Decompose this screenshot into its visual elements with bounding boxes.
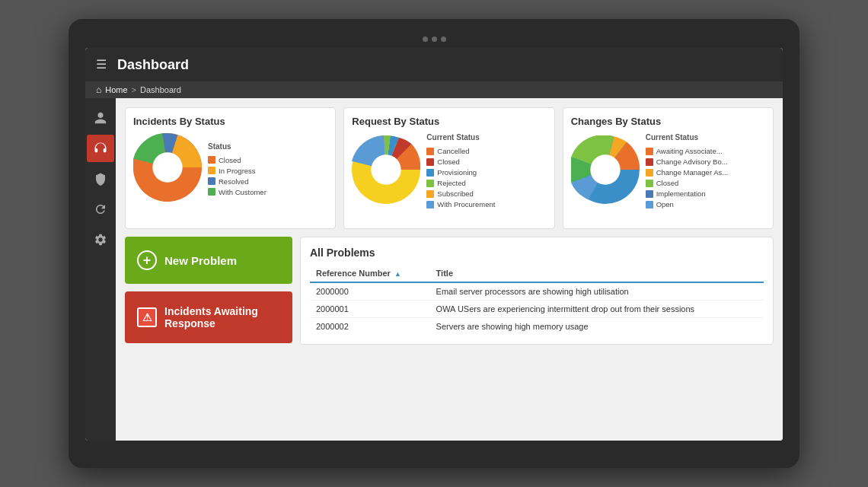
req-label-0: Cancelled <box>437 147 469 155</box>
incidents-legend-withcustomer: With Customer <box>208 188 266 196</box>
incidents-legend-title: Status <box>208 142 266 151</box>
incidents-pie <box>133 133 202 205</box>
ref-0: 2000000 <box>310 282 430 301</box>
traffic-light-1 <box>423 37 428 42</box>
breadcrumb-home-link[interactable]: Home <box>105 85 127 94</box>
req-dot-5 <box>426 201 434 208</box>
chg-legend-4: Implementation <box>646 189 729 198</box>
chg-legend-5: Open <box>646 200 729 208</box>
laptop-frame: ☰ Dashboard ⌂ Home > Dashboard <box>69 19 799 468</box>
incidents-legend: Status Closed In Progress <box>208 142 266 196</box>
req-dot-0 <box>426 148 434 155</box>
chg-legend-0: Awaiting Associate... <box>646 147 729 155</box>
inprogress-label: In Progress <box>219 167 256 175</box>
request-by-status-card: Request By Status <box>343 107 554 229</box>
bottom-row: + New Problem ⚠ Incidents Awaiting Respo… <box>125 237 774 345</box>
chg-label-2: Change Manager As... <box>656 168 729 177</box>
sort-arrow: ▲ <box>394 270 401 278</box>
hamburger-button[interactable]: ☰ <box>96 59 107 71</box>
shield-icon <box>94 172 107 186</box>
sidebar-item-headset[interactable] <box>87 135 114 162</box>
warning-icon: ⚠ <box>137 307 157 327</box>
req-dot-3 <box>426 180 434 187</box>
table-header-row: Reference Number ▲ Title <box>310 265 764 282</box>
chg-legend-1: Change Advisory Bo... <box>646 158 729 166</box>
chg-legend-2: Change Manager As... <box>646 168 729 177</box>
sidebar-item-settings2[interactable] <box>87 196 114 223</box>
chg-label-0: Awaiting Associate... <box>656 147 723 155</box>
traffic-light-2 <box>432 37 437 42</box>
req-label-5: With Procurement <box>437 200 495 208</box>
incidents-legend-resolved: Resolved <box>208 177 266 186</box>
sidebar-item-settings[interactable] <box>87 226 114 253</box>
incidents-legend-closed: Closed <box>208 156 266 164</box>
svg-point-3 <box>372 154 401 184</box>
changes-pie <box>571 135 640 207</box>
chg-dot-4 <box>646 190 653 198</box>
chg-label-1: Change Advisory Bo... <box>656 158 728 166</box>
chg-dot-5 <box>646 201 653 208</box>
traffic-lights <box>423 37 446 42</box>
incidents-awaiting-label: Incidents Awaiting Response <box>164 305 280 329</box>
incidents-by-status-card: Incidents By Status <box>125 107 336 229</box>
chg-label-4: Implementation <box>656 189 706 198</box>
chg-legend-3: Closed <box>646 179 729 187</box>
refresh-icon <box>94 202 107 216</box>
chg-label-3: Closed <box>656 179 679 187</box>
screen: ☰ Dashboard ⌂ Home > Dashboard <box>85 48 783 441</box>
withcustomer-dot <box>208 188 215 196</box>
main-panel: Incidents By Status <box>116 98 783 441</box>
content-area: Incidents By Status <box>85 98 783 441</box>
sidebar <box>85 98 116 441</box>
closed-label: Closed <box>219 156 241 164</box>
req-dot-2 <box>426 169 434 177</box>
changes-legend-title: Current Status <box>646 133 729 142</box>
home-icon: ⌂ <box>96 84 101 95</box>
new-problem-button[interactable]: + New Problem <box>125 237 292 284</box>
req-label-1: Closed <box>437 158 460 166</box>
charts-row: Incidents By Status <box>125 107 774 229</box>
requests-pie <box>352 135 420 207</box>
sidebar-item-shield[interactable] <box>87 165 114 193</box>
req-legend-0: Cancelled <box>426 147 495 155</box>
ref-1: 2000001 <box>310 301 430 318</box>
inprogress-dot <box>208 167 215 174</box>
requests-chart-inner: Current Status Cancelled Closed <box>352 133 546 208</box>
breadcrumb-current: Dashboard <box>140 85 181 94</box>
req-label-4: Subscribed <box>437 189 474 198</box>
title-2: Servers are showing high memory usage <box>430 318 764 336</box>
incidents-chart-inner: Status Closed In Progress <box>133 133 327 205</box>
chg-dot-3 <box>646 180 653 187</box>
problems-title: All Problems <box>310 247 764 259</box>
breadcrumb: ⌂ Home > Dashboard <box>85 81 783 98</box>
top-navbar: ☰ Dashboard <box>85 48 783 81</box>
chg-label-5: Open <box>656 200 674 208</box>
traffic-light-3 <box>441 37 446 42</box>
req-legend-4: Subscribed <box>426 189 495 198</box>
problems-table-body: 2000000 Email server processors are show… <box>310 282 764 335</box>
gear-icon <box>94 233 107 247</box>
laptop-top-bar <box>85 33 783 45</box>
sidebar-item-user[interactable] <box>87 104 114 132</box>
requests-legend-title: Current Status <box>426 133 495 142</box>
col-reference: Reference Number ▲ <box>310 265 430 282</box>
changes-legend: Current Status Awaiting Associate... Cha… <box>646 133 729 208</box>
incidents-awaiting-button[interactable]: ⚠ Incidents Awaiting Response <box>125 291 292 343</box>
chg-dot-2 <box>646 169 653 177</box>
incidents-legend-inprogress: In Progress <box>208 167 266 175</box>
page-title: Dashboard <box>117 57 189 73</box>
title-1: OWA USers are experiencing intermittent … <box>430 301 764 318</box>
resolved-label: Resolved <box>219 177 249 186</box>
requests-legend: Current Status Cancelled Closed <box>426 133 495 208</box>
changes-chart-title: Changes By Status <box>571 116 765 127</box>
user-icon <box>94 111 107 125</box>
table-row: 2000001 OWA USers are experiencing inter… <box>310 301 764 318</box>
req-label-2: Provisioning <box>437 168 477 177</box>
plus-icon: + <box>137 250 157 270</box>
table-row: 2000000 Email server processors are show… <box>310 282 764 301</box>
incidents-chart-title: Incidents By Status <box>133 116 327 127</box>
table-row: 2000002 Servers are showing high memory … <box>310 318 764 336</box>
withcustomer-label: With Customer <box>219 188 266 196</box>
requests-chart-title: Request By Status <box>352 116 546 127</box>
req-dot-1 <box>426 158 434 166</box>
